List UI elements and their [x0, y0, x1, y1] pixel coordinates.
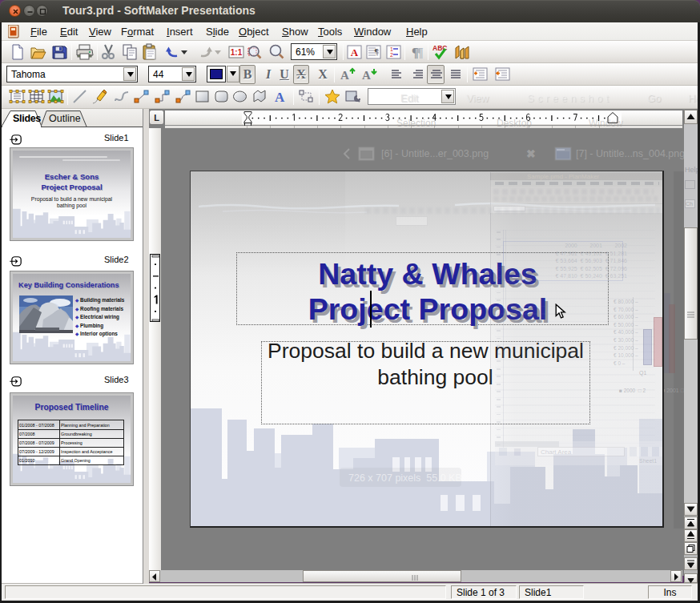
svg-text:1:1: 1:1 [231, 48, 243, 57]
svg-text:1: 1 [390, 46, 393, 52]
svg-text:¶: ¶ [416, 46, 424, 59]
svg-text:A: A [275, 90, 285, 105]
svg-text:A: A [362, 69, 371, 82]
svg-text:A: A [340, 69, 349, 82]
svg-text:¶: ¶ [375, 47, 379, 56]
svg-text:2: 2 [390, 52, 393, 58]
svg-text:A: A [351, 46, 359, 58]
